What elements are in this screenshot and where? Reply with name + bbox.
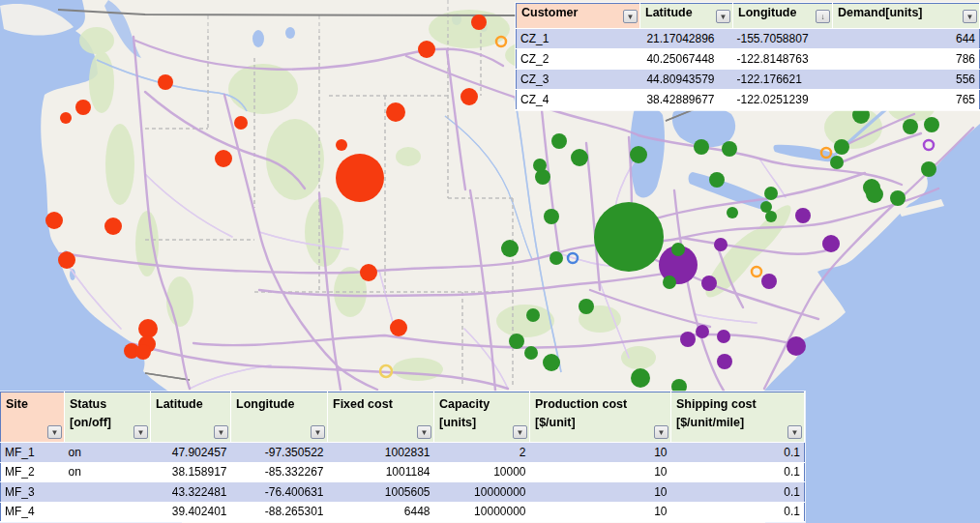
- map-marker-green[interactable]: [544, 209, 559, 224]
- cell-demand[interactable]: 765: [833, 90, 980, 110]
- map-marker-red[interactable]: [418, 41, 435, 58]
- cell-longitude[interactable]: -122.8148763: [733, 49, 833, 70]
- map-marker-green[interactable]: [921, 161, 936, 177]
- map-marker-green[interactable]: [765, 211, 777, 222]
- map-marker-green[interactable]: [722, 141, 737, 157]
- map-marker-red[interactable]: [234, 116, 248, 130]
- cell-latitude[interactable]: 21.17042896: [640, 29, 733, 49]
- map-marker-green[interactable]: [533, 159, 547, 172]
- map-marker-red[interactable]: [336, 154, 384, 202]
- filter-dropdown-button[interactable]: ▼: [417, 425, 431, 439]
- cell-production-cost[interactable]: 10: [530, 462, 671, 482]
- cell-capacity[interactable]: 10000000: [434, 502, 530, 522]
- cell-production-cost[interactable]: 10: [530, 443, 671, 463]
- map-marker-purple[interactable]: [822, 235, 840, 252]
- filter-dropdown-button[interactable]: ▼: [623, 10, 638, 23]
- map-marker-purple[interactable]: [717, 354, 732, 369]
- map-marker-purple[interactable]: [787, 336, 806, 356]
- cell-customer[interactable]: CZ_3: [517, 70, 640, 90]
- cell-customer[interactable]: CZ_4: [517, 90, 640, 110]
- map-marker-green[interactable]: [571, 149, 588, 166]
- map-marker-green[interactable]: [579, 299, 594, 314]
- cell-production-cost[interactable]: 10: [530, 482, 671, 503]
- map-marker-green[interactable]: [663, 276, 676, 289]
- map-marker-red[interactable]: [471, 15, 487, 30]
- map-marker-purple[interactable]: [761, 274, 777, 289]
- filter-dropdown-button[interactable]: ▼: [513, 425, 527, 439]
- cell-longitude[interactable]: -97.350522: [231, 443, 328, 463]
- map-marker-green[interactable]: [671, 243, 685, 256]
- cell-fixed-cost[interactable]: 1002831: [328, 443, 434, 463]
- map-marker-purple[interactable]: [717, 330, 730, 343]
- map-marker-green[interactable]: [543, 354, 560, 371]
- map-marker-purple[interactable]: [696, 325, 709, 338]
- cell-status[interactable]: on: [65, 443, 151, 463]
- map-marker-red[interactable]: [58, 251, 75, 269]
- cell-fixed-cost[interactable]: 1005605: [328, 482, 434, 503]
- cell-capacity[interactable]: 10000000: [434, 482, 530, 503]
- cell-longitude[interactable]: -85.332267: [231, 462, 328, 482]
- sort-filter-button[interactable]: ↓: [816, 10, 830, 23]
- map-marker-green[interactable]: [526, 308, 540, 322]
- map-marker-purple[interactable]: [714, 238, 728, 251]
- filter-dropdown-button[interactable]: ▼: [311, 425, 325, 439]
- map-marker-red[interactable]: [138, 319, 158, 338]
- cell-latitude[interactable]: 38.42889677: [640, 90, 733, 110]
- map-marker-green[interactable]: [501, 240, 519, 257]
- map-marker-green[interactable]: [764, 187, 778, 200]
- cell-longitude[interactable]: -88.265301: [231, 502, 328, 522]
- map-marker-green[interactable]: [551, 133, 567, 149]
- cell-capacity[interactable]: 2: [434, 443, 530, 463]
- cell-latitude[interactable]: 39.402401: [151, 502, 231, 522]
- map-marker-green[interactable]: [866, 186, 883, 203]
- map-marker-green[interactable]: [594, 202, 664, 272]
- map-marker-red[interactable]: [390, 319, 407, 336]
- map-marker-green[interactable]: [694, 139, 709, 155]
- cell-longitude[interactable]: -76.400631: [231, 482, 328, 503]
- cell-customer[interactable]: CZ_1: [517, 29, 640, 49]
- map-marker-red[interactable]: [360, 264, 377, 281]
- filter-dropdown-button[interactable]: ▼: [654, 425, 668, 439]
- cell-latitude[interactable]: 44.80943579: [640, 70, 733, 90]
- cell-demand[interactable]: 786: [833, 49, 980, 70]
- cell-demand[interactable]: 556: [833, 70, 980, 90]
- filter-dropdown-button[interactable]: ▼: [963, 10, 977, 23]
- cell-longitude[interactable]: -155.7058807: [733, 29, 833, 49]
- map-marker-purple[interactable]: [795, 208, 811, 223]
- cell-latitude[interactable]: 43.322481: [151, 482, 231, 503]
- map-marker-red[interactable]: [45, 212, 63, 229]
- map-marker-green[interactable]: [890, 190, 906, 206]
- map-marker-purple[interactable]: [680, 332, 696, 347]
- cell-customer[interactable]: CZ_2: [517, 49, 640, 70]
- cell-shipping-cost[interactable]: 0.1: [671, 462, 805, 482]
- map-marker-red[interactable]: [75, 100, 91, 115]
- map-marker-red[interactable]: [336, 139, 347, 151]
- cell-site[interactable]: MF_4: [1, 502, 65, 522]
- map-marker-green[interactable]: [727, 207, 738, 218]
- filter-dropdown-button[interactable]: ▼: [787, 425, 802, 439]
- cell-site[interactable]: MF_1: [1, 443, 65, 463]
- cell-latitude[interactable]: 47.902457: [151, 443, 231, 463]
- cell-site[interactable]: MF_2: [1, 462, 65, 482]
- map-marker-red[interactable]: [215, 150, 232, 167]
- cell-demand[interactable]: 644: [833, 29, 980, 49]
- filter-dropdown-button[interactable]: ▼: [214, 425, 228, 439]
- map-marker-red[interactable]: [104, 218, 122, 235]
- map-marker-green[interactable]: [834, 139, 849, 155]
- cell-fixed-cost[interactable]: 6448: [328, 502, 434, 522]
- cell-fixed-cost[interactable]: 1001184: [328, 462, 434, 482]
- map-marker-green[interactable]: [631, 368, 650, 388]
- cell-shipping-cost[interactable]: 0.1: [671, 482, 805, 503]
- filter-dropdown-button[interactable]: ▼: [47, 425, 62, 439]
- map-marker-red[interactable]: [386, 102, 405, 122]
- cell-site[interactable]: MF_3: [1, 482, 65, 503]
- map-marker-red[interactable]: [460, 88, 478, 105]
- map-marker-green[interactable]: [509, 334, 524, 349]
- map-marker-green[interactable]: [830, 156, 844, 169]
- cell-shipping-cost[interactable]: 0.1: [671, 502, 805, 522]
- cell-shipping-cost[interactable]: 0.1: [671, 443, 805, 463]
- map-marker-green[interactable]: [549, 251, 563, 265]
- map-marker-green[interactable]: [709, 172, 725, 188]
- map-marker-red[interactable]: [158, 74, 173, 90]
- cell-status[interactable]: [65, 482, 151, 503]
